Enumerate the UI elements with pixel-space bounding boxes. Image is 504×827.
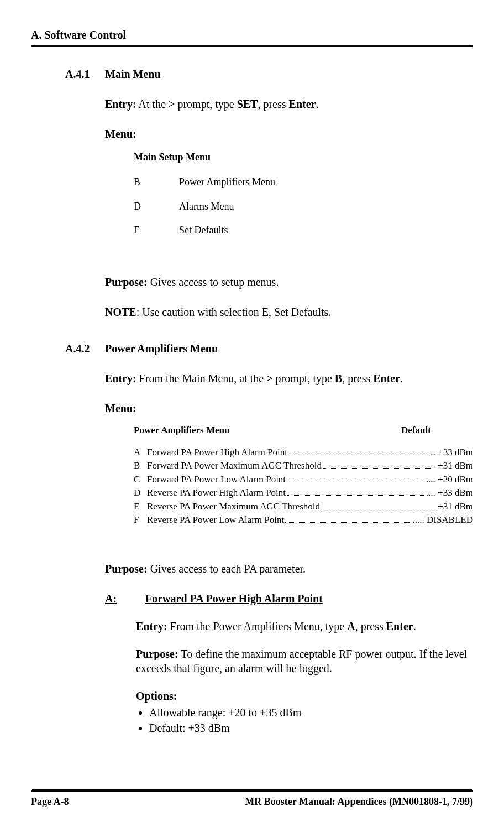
pa-label: Reverse PA Power Low Alarm Point [147, 514, 284, 526]
section-number: A.4.1 [65, 67, 105, 81]
menu-value: Set Defaults [179, 224, 228, 237]
leader-dots [288, 446, 428, 455]
menu-item-b: B Power Amplifiers Menu [134, 176, 473, 189]
purpose-line-a41: Purpose: Gives access to setup menus. [105, 275, 473, 289]
note-text: : Use caution with selection E, Set Defa… [136, 306, 332, 318]
a-purpose-line: Purpose: To define the maximum acceptabl… [136, 647, 473, 675]
leader-dots [285, 514, 410, 523]
enter-key: Enter [386, 620, 413, 632]
gt-prompt: > [266, 372, 272, 384]
section-title: Main Menu [105, 67, 161, 81]
menu-key: E [134, 224, 179, 237]
entry-text: prompt, type [273, 372, 335, 384]
menu-key: B [134, 176, 179, 189]
footer-doc-title: MR Booster Manual: Appendices (MN001808-… [245, 795, 473, 808]
pa-default: ..... DISABLED [412, 514, 473, 526]
entry-text: prompt, type [175, 98, 237, 110]
pa-key: B [134, 460, 147, 472]
entry-text: . [413, 620, 416, 632]
entry-label: Entry: [105, 98, 136, 110]
menu-value: Power Amplifiers Menu [179, 176, 275, 189]
purpose-text: To define the maximum acceptable RF powe… [136, 648, 467, 674]
pa-label: Forward PA Power Low Alarm Point [147, 474, 286, 486]
note-label: NOTE [105, 306, 136, 318]
command-text: B [335, 372, 342, 384]
sub-heading-a: A: Forward PA Power High Alarm Point [105, 591, 473, 606]
purpose-text: Gives access to setup menus. [148, 276, 279, 288]
a-entry-line: Entry: From the Power Amplifiers Menu, t… [136, 619, 473, 633]
main-setup-menu-block: Main Setup Menu B Power Amplifiers Menu … [134, 151, 473, 237]
entry-text: . [316, 98, 318, 110]
sub-title: Forward PA Power High Alarm Point [145, 592, 323, 605]
entry-line-a41: Entry: At the > prompt, type SET, press … [105, 97, 473, 111]
purpose-label: Purpose: [136, 648, 179, 660]
pa-item-b: B Forward PA Power Maximum AGC Threshold… [134, 460, 473, 472]
leader-dots [321, 500, 435, 509]
pa-key: E [134, 501, 147, 513]
pa-menu-title: Power Amplifiers Menu [134, 424, 401, 436]
pa-item-c: C Forward PA Power Low Alarm Point .... … [134, 473, 473, 485]
pa-label: Forward PA Power Maximum AGC Threshold [147, 460, 322, 472]
leader-dots [287, 487, 424, 496]
pa-menu-header: Power Amplifiers Menu Default [134, 424, 473, 436]
entry-label: Entry: [136, 620, 167, 632]
pa-default-header: Default [401, 424, 473, 436]
pa-label: Reverse PA Power Maximum AGC Threshold [147, 501, 320, 513]
option-item: Allowable range: +20 to +35 dBm [149, 705, 473, 720]
pa-item-d: D Reverse PA Power High Alarm Point ....… [134, 487, 473, 499]
entry-text: , press [342, 372, 373, 384]
gt-prompt: > [169, 98, 175, 110]
entry-line-a42: Entry: From the Main Menu, at the > prom… [105, 371, 473, 386]
purpose-label: Purpose: [105, 276, 148, 288]
command-text: A [347, 620, 355, 632]
pa-default: +31 dBm [438, 460, 473, 472]
footer-page-number: Page A-8 [31, 795, 69, 808]
leader-dots [287, 473, 424, 482]
purpose-label: Purpose: [105, 563, 148, 575]
option-item: Default: +33 dBm [149, 721, 473, 735]
a-options-block: Options: Allowable range: +20 to +35 dBm… [136, 689, 473, 735]
pa-label: Forward PA Power High Alarm Point [147, 446, 287, 459]
menu-label-a42: Menu: Power Amplifiers Menu Default A Fo… [105, 401, 473, 526]
main-setup-menu-title: Main Setup Menu [134, 151, 473, 164]
leader-dots [323, 460, 435, 469]
pa-item-e: E Reverse PA Power Maximum AGC Threshold… [134, 500, 473, 512]
section-heading-a41: A.4.1 Main Menu [65, 67, 473, 81]
menu-item-d: D Alarms Menu [134, 200, 473, 213]
menu-value: Alarms Menu [179, 200, 234, 213]
entry-text: From the Power Amplifiers Menu, type [167, 620, 348, 632]
options-list: Allowable range: +20 to +35 dBm Default:… [136, 705, 473, 735]
pa-default: .... +33 dBm [426, 487, 473, 499]
pa-key: A [134, 446, 147, 459]
pa-key: D [134, 487, 147, 499]
header-rule [31, 44, 473, 47]
pa-item-f: F Reverse PA Power Low Alarm Point .....… [134, 514, 473, 526]
pa-default: .... +20 dBm [426, 474, 473, 486]
entry-text: From the Main Menu, at the [136, 372, 267, 384]
pa-menu-block: Power Amplifiers Menu Default A Forward … [134, 424, 473, 526]
entry-label: Entry: [105, 372, 136, 384]
menu-item-e: E Set Defaults [134, 224, 473, 237]
pa-key: F [134, 514, 147, 526]
options-label: Options: [136, 690, 177, 702]
pa-default: +31 dBm [438, 501, 473, 513]
pa-item-a: A Forward PA Power High Alarm Point .. +… [134, 446, 473, 459]
section-heading-a42: A.4.2 Power Amplifiers Menu [65, 341, 473, 356]
enter-key: Enter [373, 372, 400, 384]
enter-key: Enter [289, 98, 316, 110]
note-line-a41: NOTE: Use caution with selection E, Set … [105, 305, 473, 319]
command-text: SET [237, 98, 258, 110]
purpose-text: Gives access to each PA parameter. [148, 563, 306, 575]
pa-default: .. +33 dBm [431, 446, 473, 459]
page-header: A. Software Control [31, 28, 473, 42]
section-number: A.4.2 [65, 341, 105, 356]
entry-text: At the [136, 98, 169, 110]
sub-key: A: [105, 591, 143, 606]
entry-text: . [400, 372, 403, 384]
entry-text: , press [258, 98, 288, 110]
pa-key: C [134, 474, 147, 486]
menu-label: Menu: [105, 402, 136, 414]
menu-label: Menu: [105, 128, 136, 140]
purpose-line-a42: Purpose: Gives access to each PA paramet… [105, 561, 473, 576]
section-title: Power Amplifiers Menu [105, 341, 218, 356]
